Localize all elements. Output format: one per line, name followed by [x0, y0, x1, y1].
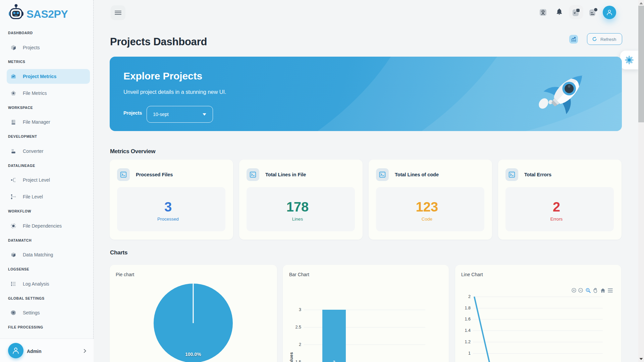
svg-text:100.0%: 100.0% [185, 352, 201, 357]
